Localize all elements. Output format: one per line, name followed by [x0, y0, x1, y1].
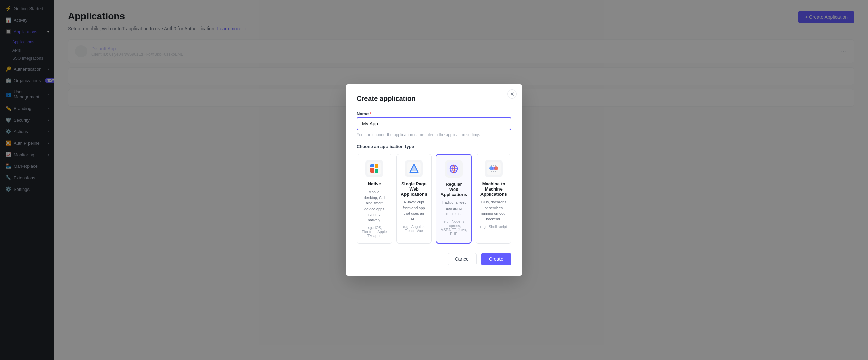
- native-type-desc: Mobile, desktop, CLI and smart device ap…: [361, 189, 388, 223]
- modal-overlay[interactable]: Create application ✕ Name* You can chang…: [0, 0, 868, 360]
- svg-rect-2: [370, 168, 374, 173]
- spa-type-desc: A JavaScript front-end app that uses an …: [401, 199, 428, 222]
- name-label: Name*: [357, 111, 371, 116]
- m2m-app-icon: [485, 160, 503, 177]
- m2m-type-name: Machine to Machine Applications: [480, 181, 507, 197]
- native-type-example: e.g.: iOS, Electron, Apple TV apps: [361, 226, 388, 238]
- name-hint: You can change the application name late…: [357, 132, 511, 137]
- required-indicator: *: [369, 111, 371, 116]
- svg-point-18: [492, 167, 495, 170]
- name-field: Name* You can change the application nam…: [357, 111, 511, 137]
- svg-rect-4: [375, 164, 378, 168]
- native-app-icon: [365, 160, 383, 177]
- rwa-app-icon: [445, 160, 463, 178]
- cancel-button[interactable]: Cancel: [448, 253, 477, 265]
- spa-app-icon: [405, 160, 423, 177]
- app-type-native[interactable]: Native Mobile, desktop, CLI and smart de…: [357, 154, 392, 244]
- app-types-grid: Native Mobile, desktop, CLI and smart de…: [357, 154, 511, 244]
- app-type-rwa[interactable]: Regular Web Applications Traditional web…: [436, 154, 472, 244]
- create-application-modal: Create application ✕ Name* You can chang…: [346, 84, 522, 276]
- modal-actions: Cancel Create: [357, 253, 511, 265]
- app-type-section-label: Choose an application type: [357, 144, 511, 149]
- app-type-m2m[interactable]: Machine to Machine Applications CLIs, da…: [476, 154, 511, 244]
- modal-title: Create application: [357, 95, 511, 103]
- svg-rect-5: [375, 169, 378, 173]
- spa-type-example: e.g.: Angular, React, Vue: [401, 224, 428, 233]
- native-type-name: Native: [361, 181, 388, 186]
- rwa-type-name: Regular Web Applications: [440, 182, 467, 197]
- m2m-type-desc: CLIs, daemons or services running on you…: [480, 199, 507, 222]
- m2m-type-example: e.g.: Shell script: [480, 224, 507, 229]
- modal-close-button[interactable]: ✕: [507, 89, 517, 99]
- app-name-input[interactable]: [357, 117, 511, 130]
- rwa-type-desc: Traditional web app using redirects.: [440, 200, 467, 217]
- svg-rect-3: [370, 164, 374, 167]
- spa-type-name: Single Page Web Applications: [401, 181, 428, 197]
- create-button[interactable]: Create: [481, 253, 511, 265]
- rwa-type-example: e.g.: Node.js Express, ASP.NET, Java, PH…: [440, 219, 467, 236]
- app-type-spa[interactable]: Single Page Web Applications A JavaScrip…: [396, 154, 432, 244]
